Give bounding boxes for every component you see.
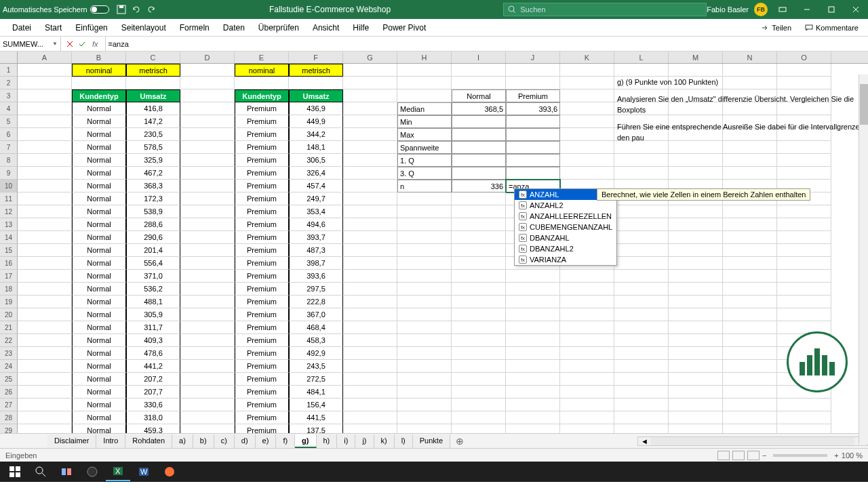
cell[interactable] (343, 89, 397, 102)
cell[interactable] (777, 424, 831, 433)
cell[interactable] (723, 154, 777, 167)
toggle-switch[interactable] (90, 5, 109, 14)
cell[interactable]: Premium (235, 128, 289, 141)
sheet-tab[interactable]: a) (172, 434, 193, 448)
cell[interactable] (614, 373, 669, 386)
cell[interactable]: Normal (72, 399, 126, 411)
sheet-tab[interactable]: b) (193, 434, 214, 448)
autosave-toggle[interactable]: Automatisches Speichern (3, 5, 109, 14)
row-header[interactable]: 25 (0, 373, 18, 386)
cell[interactable]: Normal (72, 373, 126, 386)
cell[interactable] (777, 257, 831, 270)
cell[interactable] (614, 424, 669, 433)
cell[interactable]: Kundentyp (235, 89, 289, 102)
horizontal-scrollbar[interactable]: ◄► (637, 436, 868, 446)
cell[interactable] (614, 205, 669, 218)
cell[interactable]: Premium (235, 399, 289, 411)
cell[interactable]: Normal (72, 411, 126, 424)
cell[interactable]: Normal (72, 205, 126, 218)
cell[interactable]: 468,4 (289, 321, 343, 334)
cell[interactable]: metrisch (289, 64, 343, 77)
excel-icon[interactable]: X (106, 462, 130, 481)
cell[interactable] (452, 154, 506, 167)
cell[interactable] (180, 321, 235, 334)
cell[interactable]: 393,7 (289, 231, 343, 244)
minimize-button[interactable] (797, 0, 816, 19)
cell[interactable] (669, 321, 723, 334)
column-header[interactable]: B (72, 52, 126, 63)
comments-button[interactable]: Kommentare (801, 22, 863, 33)
cell[interactable] (397, 192, 452, 205)
cell[interactable] (669, 386, 723, 399)
cell[interactable] (723, 257, 777, 270)
row-header[interactable]: 26 (0, 386, 18, 399)
name-box[interactable]: SUMMEW...▼ (0, 37, 61, 51)
zoom-slider[interactable] (773, 454, 827, 457)
cell[interactable]: 441,2 (126, 360, 180, 373)
cell[interactable] (452, 386, 506, 399)
cell[interactable]: Normal (72, 128, 126, 141)
cell[interactable] (723, 244, 777, 257)
cell[interactable] (18, 373, 72, 386)
cell[interactable]: 409,3 (126, 334, 180, 347)
cell[interactable]: 3. Q (397, 167, 452, 180)
cell[interactable] (614, 64, 669, 77)
cell[interactable]: Premium (235, 141, 289, 154)
zoom-in-button[interactable]: + (834, 451, 838, 460)
taskview-button[interactable] (54, 462, 79, 481)
word-icon[interactable]: W (132, 462, 156, 481)
row-header[interactable]: 29 (0, 424, 18, 433)
cell[interactable]: 393,6 (506, 102, 560, 115)
cell[interactable] (723, 218, 777, 231)
cell[interactable]: 249,7 (289, 192, 343, 205)
cell[interactable]: Normal (72, 115, 126, 128)
cell[interactable]: Normal (72, 321, 126, 334)
cell[interactable]: Premium (506, 89, 560, 102)
cell[interactable] (777, 167, 831, 180)
cell[interactable] (180, 115, 235, 128)
sheet-tab[interactable]: j) (355, 434, 374, 448)
cell[interactable]: Premium (235, 347, 289, 360)
cell[interactable] (614, 270, 669, 283)
cell[interactable]: 494,6 (289, 218, 343, 231)
cell[interactable] (18, 205, 72, 218)
cell[interactable] (18, 347, 72, 360)
cell[interactable] (506, 128, 560, 141)
cell[interactable]: 272,5 (289, 373, 343, 386)
row-header[interactable]: 17 (0, 270, 18, 283)
cell[interactable]: 344,2 (289, 128, 343, 141)
cell[interactable]: 243,5 (289, 360, 343, 373)
cell[interactable]: 487,3 (289, 244, 343, 257)
cell[interactable] (180, 308, 235, 321)
cell[interactable]: 353,4 (289, 205, 343, 218)
cell[interactable]: 222,8 (289, 296, 343, 308)
cell[interactable] (560, 128, 614, 141)
row-header[interactable]: 10 (0, 180, 18, 192)
cell[interactable] (452, 360, 506, 373)
cell[interactable] (18, 296, 72, 308)
cell[interactable]: Normal (72, 308, 126, 321)
cell[interactable] (506, 296, 560, 308)
tab-hilfe[interactable]: Hilfe (346, 20, 376, 35)
row-header[interactable]: 15 (0, 244, 18, 257)
cell[interactable] (452, 231, 506, 244)
cell[interactable] (452, 205, 506, 218)
tab-datei[interactable]: Datei (5, 20, 38, 35)
cell[interactable] (723, 296, 777, 308)
cell[interactable] (723, 373, 777, 386)
cell[interactable] (18, 386, 72, 399)
cell[interactable] (669, 231, 723, 244)
cell[interactable] (614, 154, 669, 167)
cell[interactable] (452, 257, 506, 270)
cell[interactable] (343, 64, 397, 77)
cell[interactable] (506, 424, 560, 433)
cell[interactable] (397, 257, 452, 270)
save-icon[interactable] (116, 4, 127, 15)
cell[interactable] (180, 231, 235, 244)
cell[interactable] (560, 270, 614, 283)
cell[interactable] (18, 77, 72, 89)
cell[interactable]: Normal (72, 296, 126, 308)
sheet-tab[interactable]: d) (235, 434, 256, 448)
cell[interactable]: 156,4 (289, 399, 343, 411)
cell[interactable] (343, 244, 397, 257)
